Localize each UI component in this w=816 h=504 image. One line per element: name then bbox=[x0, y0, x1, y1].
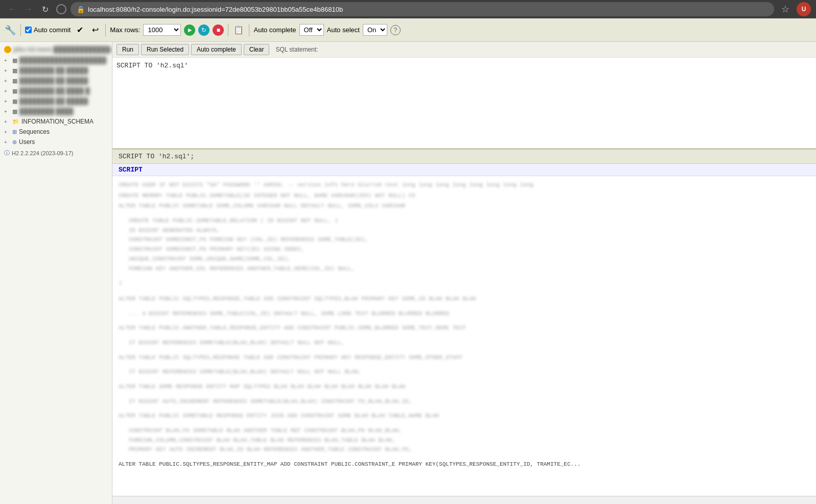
refresh-button[interactable]: ↻ bbox=[38, 2, 52, 16]
result-line-9: ALTER TABLE PUBLIC SOMETABLE RESPONSE EN… bbox=[119, 411, 810, 421]
forward-button[interactable]: → bbox=[21, 2, 36, 16]
table-icon-2: ▦ bbox=[12, 67, 17, 74]
sequences-icon: ⊞ bbox=[12, 129, 17, 135]
back-button[interactable]: ← bbox=[5, 2, 19, 16]
expander-3: + bbox=[4, 78, 10, 84]
lock-icon: 🔒 bbox=[77, 6, 85, 13]
result-indent-10: IT BIGINT AUTO_INCREMENT REFERENCES SOME… bbox=[119, 397, 810, 406]
address-bar[interactable]: 🔒 localhost:8080/h2-console/login.do;jse… bbox=[71, 2, 774, 16]
separator-c bbox=[119, 289, 810, 293]
expander-users: + bbox=[4, 139, 10, 145]
result-label-text: SCRIPT bbox=[119, 166, 143, 174]
table-item-2[interactable]: + ▦ ████████ ██ █████ bbox=[0, 65, 112, 76]
table-item-1[interactable]: + ▦ ████████████████████ bbox=[0, 55, 112, 65]
table-item-6[interactable]: + ▦ ████████ ████ bbox=[0, 106, 112, 116]
info-icon: ⓘ bbox=[4, 149, 10, 157]
results-area[interactable]: SCRIPT TO 'h2.sql'; SCRIPT CREATE USER I… bbox=[112, 150, 816, 496]
result-line-1: CREATE USER IF NOT EXISTS "SA" PASSWORD … bbox=[119, 180, 810, 190]
table-item-5[interactable]: + ▦ ████████ ██ █████ bbox=[0, 96, 112, 106]
commit-icon[interactable]: ✔ bbox=[74, 24, 86, 36]
auto-complete-select[interactable]: Off On bbox=[299, 24, 324, 36]
separator-l bbox=[119, 422, 810, 426]
main-layout: jdbc:h2:mem:█████████████s + ▦ █████████… bbox=[0, 42, 816, 504]
auto-commit-label[interactable]: Auto commit bbox=[25, 26, 71, 34]
connect-icon[interactable]: 🔧 bbox=[4, 24, 16, 36]
sql-statement-label: SQL statement: bbox=[275, 46, 318, 53]
result-indent-1: CREATE TABLE PUBLIC.SOMETABLE_RELATION (… bbox=[119, 216, 810, 226]
separator-j bbox=[119, 393, 810, 397]
separator-m bbox=[119, 454, 810, 459]
result-indent-12: FOREIGN_COLUMN_CONSTRAINT BLAH BLAH_TABL… bbox=[119, 436, 810, 445]
user-avatar: U bbox=[797, 2, 811, 16]
users-label: Users bbox=[19, 138, 35, 146]
result-indent-8: IT BIGINT REFERENCES SOMETABLE(BLAH_BLAH… bbox=[119, 338, 810, 348]
separator-k bbox=[119, 406, 810, 410]
script-results: CREATE USER IF NOT EXISTS "SA" PASSWORD … bbox=[112, 176, 816, 473]
auto-commit-checkbox[interactable] bbox=[25, 27, 32, 33]
table-label-3: ████████ ██ █████ bbox=[19, 77, 88, 84]
max-rows-label: Max rows: bbox=[110, 26, 140, 34]
expander-schema: + bbox=[4, 119, 10, 125]
result-indent-6: FOREIGN KEY ANOTHER_COL REFERENCES ANOTH… bbox=[119, 264, 810, 274]
table-label-6: ████████ ████ bbox=[19, 108, 73, 115]
result-indent-5: UNIQUE_CONSTRAINT SOME_UNIQUE_NAME(SOME_… bbox=[119, 254, 810, 264]
separator-g bbox=[119, 348, 810, 352]
query-echo: SCRIPT TO 'h2.sql'; bbox=[112, 150, 816, 164]
sequences-item[interactable]: + ⊞ Sequences bbox=[0, 127, 112, 137]
separator-h bbox=[119, 363, 810, 367]
auto-complete-button[interactable]: Auto complete bbox=[191, 44, 242, 55]
table-item-4[interactable]: + ▦ ████████ ██ ████ █ bbox=[0, 86, 112, 96]
home-icon bbox=[56, 4, 66, 14]
separator-4 bbox=[249, 24, 249, 36]
refresh-run-button[interactable]: ↻ bbox=[198, 25, 209, 36]
result-line-7: ALTER TABLE PUBLIC SQLTYPES_RESPONSE TAB… bbox=[119, 353, 810, 363]
sidebar: jdbc:h2:mem:█████████████s + ▦ █████████… bbox=[0, 42, 112, 504]
sql-content: SCRIPT TO 'h2.sql' bbox=[116, 62, 188, 69]
run-selected-button[interactable]: Run Selected bbox=[141, 44, 189, 55]
expander-5: + bbox=[4, 99, 10, 104]
separator-b bbox=[119, 273, 810, 277]
table-label-5: ████████ ██ █████ bbox=[19, 98, 88, 105]
bookmark-button[interactable]: ☆ bbox=[778, 2, 792, 16]
bottom-scrollbar[interactable] bbox=[112, 496, 816, 504]
export-icon[interactable]: 📋 bbox=[232, 24, 245, 36]
users-icon: ⊛ bbox=[12, 139, 17, 146]
content-area: Run Run Selected Auto complete Clear SQL… bbox=[112, 42, 816, 504]
separator-a bbox=[119, 212, 810, 216]
result-indent-2: ID BIGINT GENERATED ALWAYS, bbox=[119, 226, 810, 235]
table-icon-3: ▦ bbox=[12, 78, 17, 84]
version-label: H2 2.2.224 (2023-09-17) bbox=[12, 150, 73, 156]
auto-select-label: Auto select bbox=[327, 26, 360, 34]
auto-complete-label: Auto complete bbox=[253, 26, 296, 34]
connection-item[interactable]: jdbc:h2:mem:█████████████s bbox=[0, 44, 112, 55]
result-indent-9: IT BIGINT REFERENCES SOMETABLE(BLAH_BLAH… bbox=[119, 367, 810, 377]
table-label-1: ████████████████████ bbox=[19, 57, 106, 64]
toolbar: 🔧 Auto commit ✔ ↩ Max rows: 1000 10000 1… bbox=[0, 18, 816, 42]
result-indent-11: CONSTRAINT BLAH_FK SOMETABLE BLAH ANOTHE… bbox=[119, 426, 810, 436]
result-label: SCRIPT bbox=[112, 164, 816, 176]
information-schema-item[interactable]: + 📁 INFORMATION_SCHEMA bbox=[0, 116, 112, 127]
stop-button[interactable]: ■ bbox=[213, 25, 224, 36]
max-rows-select[interactable]: 1000 10000 100000 0 bbox=[143, 24, 181, 36]
rollback-icon[interactable]: ↩ bbox=[89, 24, 101, 36]
expander-6: + bbox=[4, 109, 10, 114]
auto-select-select[interactable]: On Off bbox=[363, 24, 387, 36]
separator-i bbox=[119, 377, 810, 381]
result-line-2: CREATE MEMORY TABLE PUBLIC.SOMETABLE(ID … bbox=[119, 191, 810, 201]
run-button[interactable]: Run bbox=[116, 44, 139, 55]
result-line-8: ALTER TABLE SOME RESPONSE ENTITY MAP SQL… bbox=[119, 382, 810, 392]
run-button[interactable] bbox=[184, 25, 195, 36]
table-icon-5: ▦ bbox=[12, 98, 17, 105]
result-line-bottom: ALTER TABLE PUBLIC.SQLTYPES_RESPONSE_ENT… bbox=[119, 460, 810, 469]
separator-e bbox=[119, 318, 810, 322]
clear-button[interactable]: Clear bbox=[244, 44, 270, 55]
separator-3 bbox=[228, 24, 228, 36]
sql-editor[interactable]: SCRIPT TO 'h2.sql' bbox=[112, 58, 816, 150]
table-icon-4: ▦ bbox=[12, 88, 17, 94]
schema-label: INFORMATION_SCHEMA bbox=[21, 118, 94, 125]
users-item[interactable]: + ⊛ Users bbox=[0, 137, 112, 147]
help-button[interactable]: ? bbox=[390, 25, 401, 35]
table-item-3[interactable]: + ▦ ████████ ██ █████ bbox=[0, 76, 112, 86]
result-line-3: ALTER TABLE PUBLIC SOMETABLE SOME_COLUMN… bbox=[119, 201, 810, 211]
separator-f bbox=[119, 334, 810, 338]
